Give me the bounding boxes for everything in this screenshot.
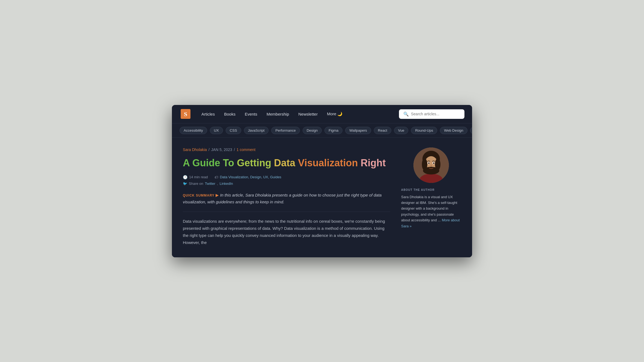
tag-ux[interactable]: UX	[210, 127, 223, 134]
share-linkedin[interactable]: LinkedIn	[220, 182, 233, 186]
navbar: S Articles Books Events Membership Newsl…	[172, 105, 472, 123]
breadcrumb-separator: /	[208, 147, 210, 152]
title-word-right: Right	[360, 157, 386, 168]
tag-wallpapers[interactable]: Wallpapers	[345, 127, 371, 134]
content-area: Sara Dholakia / JAN 5, 2023 / 1 comment …	[172, 138, 472, 257]
title-word-data: Data	[274, 157, 298, 168]
comment-link[interactable]: 1 comment	[237, 147, 255, 152]
quick-summary: QUICK SUMMARY ▶ In this article, Sara Dh…	[183, 192, 390, 206]
sidebar: ABOUT THE AUTHOR Sara Dholakia is a visu…	[401, 147, 461, 246]
tags-bar: Accessibility UX CSS JavaScript Performa…	[172, 123, 472, 138]
nav-newsletter[interactable]: Newsletter	[294, 110, 322, 119]
tag-icon: 🏷	[214, 175, 218, 179]
share-twitter[interactable]: Twitter	[205, 182, 215, 186]
tag-javascript[interactable]: JavaScript	[244, 127, 269, 134]
nav-membership[interactable]: Membership	[262, 110, 294, 119]
title-word-to: To	[223, 157, 237, 168]
author-link[interactable]: Sara Dholakia	[183, 147, 207, 152]
tag-performance[interactable]: Performance	[271, 127, 300, 134]
tag-css[interactable]: CSS	[226, 127, 241, 134]
quick-summary-label: QUICK SUMMARY	[183, 194, 214, 197]
svg-point-14	[433, 162, 434, 164]
search-icon: 🔍	[403, 111, 409, 117]
content-divider	[183, 212, 390, 212]
breadcrumb-separator2: /	[234, 147, 235, 152]
svg-point-10	[423, 167, 439, 174]
title-word-visualization: Visualization	[298, 157, 360, 168]
nav-articles[interactable]: Articles	[197, 110, 219, 119]
main-content: Sara Dholakia / JAN 5, 2023 / 1 comment …	[183, 147, 390, 246]
nav-books[interactable]: Books	[220, 110, 240, 119]
title-word-a: A	[183, 157, 192, 168]
twitter-icon: 🐦	[183, 182, 187, 186]
tag-guides[interactable]: Guides	[470, 127, 472, 134]
tag-roundups[interactable]: Round-Ups	[411, 127, 437, 134]
share-label: Share on	[189, 182, 203, 186]
tag-vue[interactable]: Vue	[394, 127, 409, 134]
share-comma: ,	[217, 182, 218, 186]
article-tags-link[interactable]: Data Visualization, Design, UX, Guides	[220, 175, 281, 179]
title-word-getting: Getting	[237, 157, 274, 168]
search-input[interactable]	[411, 112, 460, 116]
site-logo[interactable]: S	[180, 108, 192, 120]
meta-row: 🕐 14 min read 🏷 Data Visualization, Desi…	[183, 175, 390, 179]
share-row: 🐦 Share on Twitter, LinkedIn	[183, 182, 390, 186]
tag-design[interactable]: Design	[303, 127, 322, 134]
breadcrumb: Sara Dholakia / JAN 5, 2023 / 1 comment	[183, 147, 390, 152]
tag-react[interactable]: React	[374, 127, 391, 134]
tag-webdesign[interactable]: Web Design	[440, 127, 467, 134]
nav-events[interactable]: Events	[240, 110, 262, 119]
author-avatar-svg	[413, 147, 449, 183]
article-title: A Guide To Getting Data Visualization Ri…	[183, 157, 390, 169]
about-author-text: Sara Dholakia is a visual and UX designe…	[401, 194, 461, 229]
author-photo	[413, 147, 449, 183]
browser-window: S Articles Books Events Membership Newsl…	[172, 105, 472, 257]
read-time: 🕐 14 min read	[183, 175, 208, 179]
about-author-label: ABOUT THE AUTHOR	[401, 188, 461, 191]
svg-point-13	[428, 162, 430, 164]
title-word-guide: Guide	[192, 157, 223, 168]
quick-summary-arrow: ▶	[216, 193, 220, 197]
tag-figma[interactable]: Figma	[324, 127, 342, 134]
clock-icon: 🕐	[183, 175, 187, 179]
read-time-label: 14 min read	[189, 175, 208, 179]
article-date: JAN 5, 2023	[211, 147, 232, 152]
nav-links: Articles Books Events Membership Newslet…	[197, 109, 398, 119]
article-tags: 🏷 Data Visualization, Design, UX, Guides	[214, 175, 281, 179]
tag-accessibility[interactable]: Accessibility	[180, 127, 207, 134]
nav-more[interactable]: More 🌙	[323, 109, 347, 119]
svg-text:S: S	[184, 111, 187, 117]
search-box[interactable]: 🔍	[399, 109, 464, 119]
article-body: Data visualizations are everywhere; from…	[183, 218, 390, 246]
